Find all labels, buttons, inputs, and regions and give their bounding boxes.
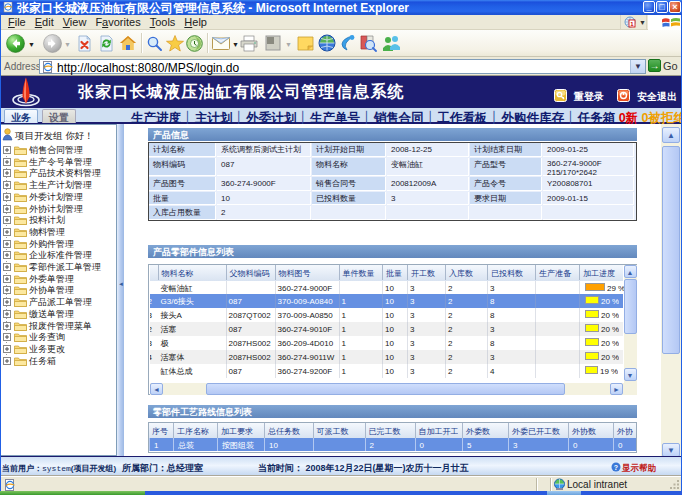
- svg-text:?: ?: [614, 464, 618, 471]
